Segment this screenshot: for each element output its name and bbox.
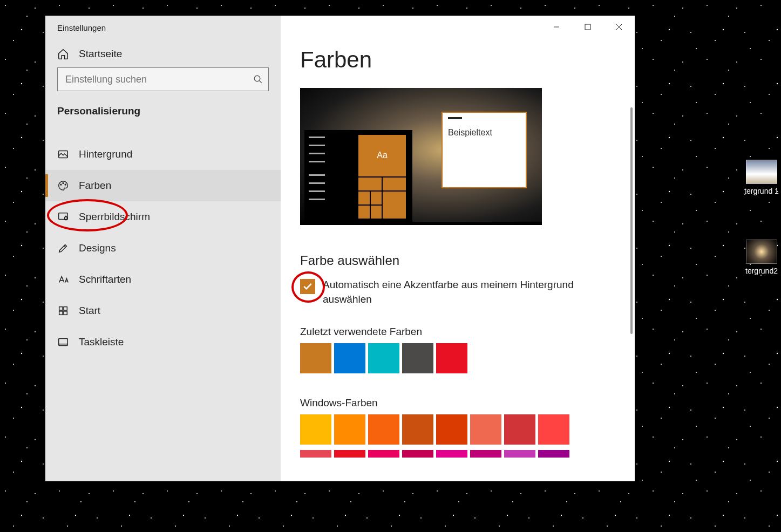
sidebar-item-taskbar[interactable]: Taskleiste bbox=[45, 326, 281, 358]
color-swatch[interactable] bbox=[402, 414, 433, 445]
preview-app-window: Beispieltext bbox=[442, 112, 527, 188]
sidebar-item-label: Hintergrund bbox=[79, 148, 132, 160]
home-link[interactable]: Startseite bbox=[45, 39, 281, 67]
windows-colors bbox=[300, 414, 575, 458]
sidebar-item-label: Start bbox=[79, 305, 100, 317]
svg-rect-7 bbox=[59, 307, 63, 310]
grid-icon bbox=[57, 305, 69, 317]
svg-rect-9 bbox=[59, 311, 63, 315]
svg-rect-8 bbox=[64, 307, 67, 310]
color-swatch[interactable] bbox=[334, 450, 365, 458]
sidebar-item-background[interactable]: Hintergrund bbox=[45, 139, 281, 170]
color-swatch[interactable] bbox=[436, 343, 467, 373]
search-field[interactable] bbox=[65, 74, 253, 85]
color-swatch[interactable] bbox=[300, 414, 331, 445]
home-label: Startseite bbox=[79, 48, 122, 60]
color-swatch[interactable] bbox=[334, 343, 365, 373]
desktop-file-label: tergrund 1 bbox=[744, 187, 779, 195]
image-thumb-icon bbox=[746, 240, 777, 264]
auto-accent-checkbox[interactable] bbox=[300, 279, 315, 294]
preview-taskbar bbox=[300, 222, 542, 225]
sidebar-item-label: Farben bbox=[79, 180, 111, 192]
nav-list: Hintergrund Farben Sperrbildschirm Desig… bbox=[45, 139, 281, 358]
image-icon bbox=[57, 148, 69, 160]
sidebar: Einstellungen Startseite Personalisierun… bbox=[45, 16, 281, 481]
svg-point-2 bbox=[60, 184, 62, 185]
home-icon bbox=[57, 48, 69, 60]
auto-accent-label: Automatisch eine Akzentfarbe aus meinem … bbox=[323, 278, 602, 306]
color-swatch[interactable] bbox=[538, 414, 569, 445]
color-swatch[interactable] bbox=[368, 343, 399, 373]
color-swatch[interactable] bbox=[300, 343, 331, 373]
lockscreen-icon bbox=[57, 211, 69, 223]
color-swatch[interactable] bbox=[368, 450, 399, 458]
preview-tiles: Aa bbox=[358, 135, 406, 219]
sidebar-item-colors[interactable]: Farben bbox=[45, 170, 281, 201]
svg-rect-10 bbox=[64, 311, 67, 315]
recent-colors bbox=[300, 343, 575, 373]
desktop-file-label: tergrund2 bbox=[745, 267, 778, 275]
recent-colors-label: Zuletzt verwendete Farben bbox=[300, 326, 619, 338]
preview-sample-text: Beispieltext bbox=[448, 128, 520, 138]
color-swatch[interactable] bbox=[334, 414, 365, 445]
search-input[interactable] bbox=[57, 67, 269, 91]
brush-icon bbox=[57, 242, 69, 254]
sidebar-item-label: Designs bbox=[79, 242, 116, 254]
svg-point-4 bbox=[65, 184, 66, 185]
windows-colors-label: Windows-Farben bbox=[300, 397, 619, 409]
color-swatch[interactable] bbox=[300, 450, 331, 458]
color-swatch[interactable] bbox=[504, 414, 535, 445]
color-swatch[interactable] bbox=[470, 450, 501, 458]
color-swatch[interactable] bbox=[402, 343, 433, 373]
window-title-text: Einstellungen bbox=[57, 23, 106, 32]
color-swatch[interactable] bbox=[470, 414, 501, 445]
window-title: Einstellungen bbox=[45, 16, 281, 39]
color-swatch[interactable] bbox=[538, 450, 569, 458]
sidebar-item-label: Taskleiste bbox=[79, 336, 124, 348]
palette-icon bbox=[57, 180, 69, 192]
taskbar-icon bbox=[57, 336, 69, 348]
sidebar-item-start[interactable]: Start bbox=[45, 295, 281, 326]
color-swatch[interactable] bbox=[368, 414, 399, 445]
svg-rect-11 bbox=[59, 339, 68, 346]
preview-tile-aa: Aa bbox=[358, 135, 406, 176]
auto-accent-row: Automatisch eine Akzentfarbe aus meinem … bbox=[300, 278, 602, 306]
sidebar-item-lockscreen[interactable]: Sperrbildschirm bbox=[45, 201, 281, 233]
desktop-file-1[interactable]: tergrund 1 bbox=[739, 160, 781, 195]
image-thumb-icon bbox=[746, 160, 777, 184]
font-icon bbox=[57, 274, 69, 285]
sidebar-item-designs[interactable]: Designs bbox=[45, 233, 281, 264]
settings-window: Einstellungen Startseite Personalisierun… bbox=[45, 16, 635, 481]
color-swatch[interactable] bbox=[402, 450, 433, 458]
sidebar-item-label: Sperrbildschirm bbox=[79, 211, 150, 223]
color-swatch[interactable] bbox=[436, 450, 467, 458]
search-icon bbox=[253, 74, 263, 84]
content-area: Farben Aa Beispieltext Farbe bbox=[281, 16, 635, 481]
color-swatch[interactable] bbox=[504, 450, 535, 458]
pick-color-heading: Farbe auswählen bbox=[300, 253, 619, 268]
sidebar-item-fonts[interactable]: Schriftarten bbox=[45, 264, 281, 295]
sidebar-item-label: Schriftarten bbox=[79, 274, 131, 285]
category-label: Personalisierung bbox=[45, 91, 281, 124]
color-swatch[interactable] bbox=[436, 414, 467, 445]
page-title: Farben bbox=[300, 47, 619, 73]
svg-point-3 bbox=[63, 183, 64, 184]
scrollbar[interactable] bbox=[630, 107, 633, 334]
svg-point-0 bbox=[254, 76, 260, 81]
desktop-file-2[interactable]: tergrund2 bbox=[739, 240, 781, 275]
color-preview: Aa Beispieltext bbox=[300, 88, 542, 225]
